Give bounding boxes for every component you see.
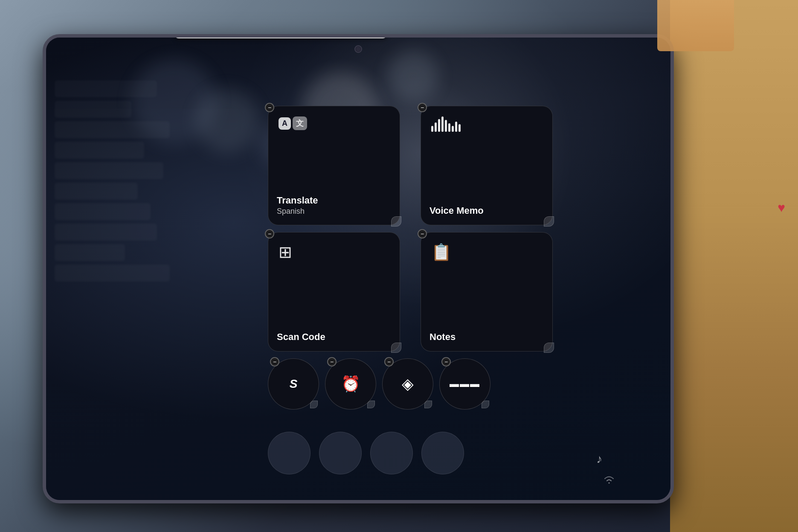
remove-badge-notes[interactable]: [418, 229, 427, 238]
wiggle-handle-shazam: [310, 401, 318, 408]
desk-background: [670, 0, 798, 532]
remove-badge-translate[interactable]: [265, 103, 274, 112]
translate-icon: A 文: [279, 116, 307, 130]
wiggle-handle-soundbars: [482, 401, 489, 408]
wiggle-handle-scan: [391, 343, 401, 353]
remove-badge-layers[interactable]: [384, 357, 394, 366]
widget-layers[interactable]: ◈: [382, 358, 433, 410]
widget-scan-code[interactable]: ⊞ Scan Code: [268, 232, 400, 352]
dock-area: [268, 432, 464, 474]
apple-pencil: [174, 34, 387, 38]
widget-scan-label-main: Scan Code: [277, 331, 391, 343]
remove-badge-shazam[interactable]: [270, 357, 279, 366]
front-camera: [354, 45, 362, 53]
dock-item-1[interactable]: [268, 432, 310, 474]
widget-translate-label-main: Translate: [277, 195, 391, 206]
widget-clock[interactable]: ⏰: [325, 358, 376, 410]
remove-badge-scan-code[interactable]: [265, 229, 274, 238]
widget-shazam[interactable]: S: [268, 358, 319, 410]
wiggle-handle-notes: [544, 343, 554, 353]
translate-letter-a: A: [279, 117, 291, 130]
translate-letter-zh: 文: [293, 116, 307, 130]
music-note-icon: ♪: [596, 452, 602, 466]
soundbar-icon: ▬▬▬: [450, 378, 480, 390]
remove-badge-clock[interactable]: [327, 357, 337, 366]
layers-icon: ◈: [402, 375, 414, 393]
wood-edge: [657, 0, 734, 51]
large-widgets-grid: A 文 Translate Spanish: [268, 106, 566, 352]
widget-notes-label-main: Notes: [429, 331, 544, 343]
small-widgets-row: S ⏰ ◈ ▬▬▬: [268, 358, 566, 410]
remove-badge-voice-memo[interactable]: [418, 103, 427, 112]
ipad-device: A 文 Translate Spanish: [43, 34, 674, 503]
qr-scan-icon: ⊞: [279, 243, 292, 262]
bokeh-5: [387, 50, 438, 102]
widget-voice-label-main: Voice Memo: [429, 205, 544, 216]
widget-translate-spanish[interactable]: A 文 Translate Spanish: [268, 106, 400, 225]
remove-badge-soundbars[interactable]: [441, 357, 451, 366]
voice-memo-icon: [431, 116, 461, 132]
dock-item-4[interactable]: [421, 432, 464, 474]
widgets-area: A 文 Translate Spanish: [268, 106, 566, 410]
widget-soundbars[interactable]: ▬▬▬: [439, 358, 490, 410]
wifi-icon: [603, 475, 615, 487]
wiggle-handle-voice-memo: [544, 216, 554, 227]
wiggle-handle-layers: [424, 401, 432, 408]
dock-item-2[interactable]: [319, 432, 362, 474]
dock-item-3[interactable]: [370, 432, 413, 474]
widget-voice-memo[interactable]: Voice Memo: [421, 106, 553, 225]
widget-notes[interactable]: 📋 Notes: [421, 232, 553, 352]
bokeh-2: [195, 89, 259, 153]
wiggle-handle-clock: [367, 401, 375, 408]
widget-translate-label-sub: Spanish: [277, 206, 391, 216]
ipad-screen: A 文 Translate Spanish: [46, 38, 670, 500]
heart-icon: ♥: [778, 201, 785, 215]
wiggle-handle-translate: [391, 216, 401, 227]
notes-icon: 📋: [431, 243, 451, 262]
clock-icon: ⏰: [341, 375, 360, 393]
shazam-icon: S: [290, 377, 298, 391]
